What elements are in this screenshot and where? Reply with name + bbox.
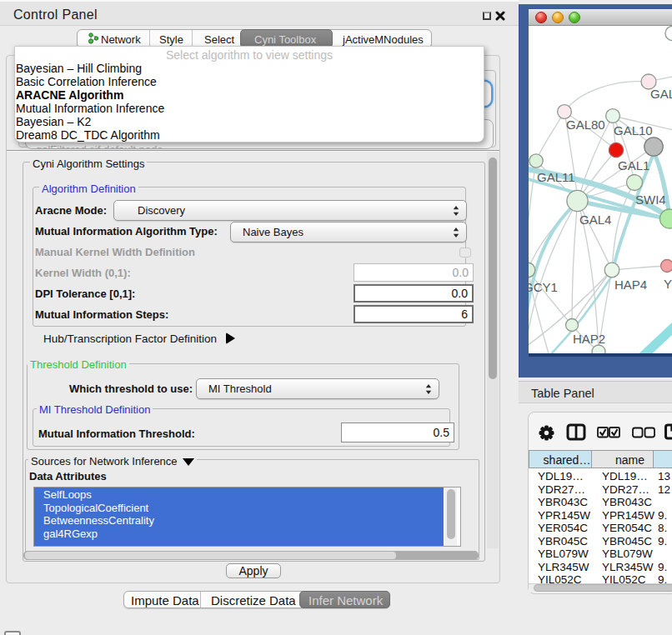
svg-text:GAL4: GAL4: [579, 212, 611, 227]
svg-text:HAP4: HAP4: [614, 278, 647, 292]
svg-text:GAL80: GAL80: [566, 118, 605, 132]
svg-text:GAL11: GAL11: [537, 170, 575, 184]
svg-text:GAL10: GAL10: [614, 123, 653, 138]
svg-text:SWI4: SWI4: [635, 192, 666, 207]
svg-text:HAP2: HAP2: [573, 332, 605, 346]
svg-text:GCY1: GCY1: [529, 280, 558, 294]
svg-text:GAL1: GAL1: [618, 158, 649, 172]
svg-text:GAL7: GAL7: [650, 87, 672, 101]
svg-text:YM: YM: [664, 277, 672, 291]
